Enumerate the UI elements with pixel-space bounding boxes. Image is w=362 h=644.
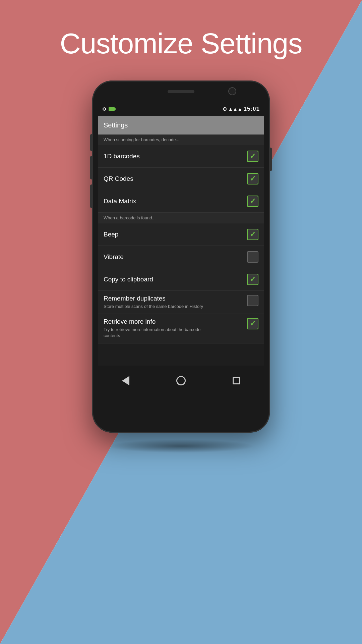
- mute-button[interactable]: [90, 184, 92, 208]
- phone-shadow: [107, 439, 255, 453]
- volume-up-button[interactable]: [90, 134, 92, 151]
- setting-label-retrieve: Retrieve more info: [104, 318, 243, 325]
- setting-sublabel-retrieve: Try to retrieve more information about t…: [104, 327, 218, 339]
- usb-icon: ⚙: [102, 106, 107, 112]
- volume-down-button[interactable]: [90, 156, 92, 179]
- status-right: ⊙ ▲▲▲ 15:01: [223, 106, 260, 112]
- signal-icon: ▲▲▲: [228, 106, 242, 112]
- setting-label-1d: 1D barcodes: [104, 153, 140, 160]
- setting-item-data-matrix[interactable]: Data Matrix: [98, 190, 264, 213]
- app-bar-title: Settings: [104, 121, 128, 129]
- recent-icon: [233, 377, 240, 384]
- status-bar: ⚙ ⊙ ▲▲▲ 15:01: [98, 102, 264, 116]
- power-button[interactable]: [270, 148, 272, 171]
- nav-home-button[interactable]: [173, 372, 189, 389]
- setting-label-data-matrix: Data Matrix: [104, 198, 136, 205]
- setting-label-vibrate: Vibrate: [104, 253, 124, 261]
- nav-recent-button[interactable]: [228, 372, 245, 389]
- setting-label-copy: Copy to clipboard: [104, 276, 153, 283]
- phone-speaker: [168, 90, 194, 93]
- setting-item-vibrate[interactable]: Vibrate: [98, 246, 264, 268]
- setting-item-copy-clipboard[interactable]: Copy to clipboard: [98, 268, 264, 291]
- phone-container: ⚙ ⊙ ▲▲▲ 15:01 Settings When scanning for…: [92, 80, 270, 443]
- setting-label-remember: Remember duplicates: [104, 295, 243, 302]
- checkbox-1d-barcodes[interactable]: [247, 151, 258, 162]
- checkbox-data-matrix[interactable]: [247, 196, 258, 207]
- phone-shell: ⚙ ⊙ ▲▲▲ 15:01 Settings When scanning for…: [92, 80, 270, 433]
- time-display: 15:01: [244, 106, 260, 112]
- setting-label-qr: QR Codes: [104, 175, 133, 182]
- checkbox-vibrate[interactable]: [247, 251, 258, 263]
- checkbox-copy-clipboard[interactable]: [247, 274, 258, 285]
- phone-camera: [228, 87, 236, 95]
- battery-icon: [109, 107, 115, 111]
- retrieve-info-text: Retrieve more info Try to retrieve more …: [104, 318, 243, 339]
- app-bar: Settings: [98, 116, 264, 135]
- settings-list: When scanning for barcodes, decode... 1D…: [98, 135, 264, 343]
- setting-item-qr-codes[interactable]: QR Codes: [98, 168, 264, 190]
- back-icon: [122, 376, 129, 385]
- checkbox-retrieve-info[interactable]: [247, 318, 258, 329]
- section-header-found: When a barcode is found...: [98, 213, 264, 223]
- wifi-icon: ⊙: [223, 106, 227, 112]
- checkbox-beep[interactable]: [247, 229, 258, 240]
- phone-screen: ⚙ ⊙ ▲▲▲ 15:01 Settings When scanning for…: [98, 102, 264, 399]
- status-left: ⚙: [102, 106, 115, 112]
- setting-label-beep: Beep: [104, 231, 118, 238]
- page-title: Customize Settings: [0, 27, 362, 60]
- checkbox-remember-duplicates[interactable]: [247, 295, 258, 306]
- setting-sublabel-remember: Store multiple scans of the same barcode…: [104, 304, 218, 310]
- checkbox-qr-codes[interactable]: [247, 173, 258, 184]
- remember-duplicates-text: Remember duplicates Store multiple scans…: [104, 295, 243, 310]
- setting-item-beep[interactable]: Beep: [98, 223, 264, 246]
- setting-item-remember-duplicates[interactable]: Remember duplicates Store multiple scans…: [98, 291, 264, 314]
- home-icon: [176, 376, 186, 385]
- setting-item-retrieve-info[interactable]: Retrieve more info Try to retrieve more …: [98, 314, 264, 343]
- nav-bar: [98, 366, 264, 399]
- section-header-scan: When scanning for barcodes, decode...: [98, 135, 264, 145]
- setting-item-1d-barcodes[interactable]: 1D barcodes: [98, 145, 264, 168]
- nav-back-button[interactable]: [117, 372, 134, 389]
